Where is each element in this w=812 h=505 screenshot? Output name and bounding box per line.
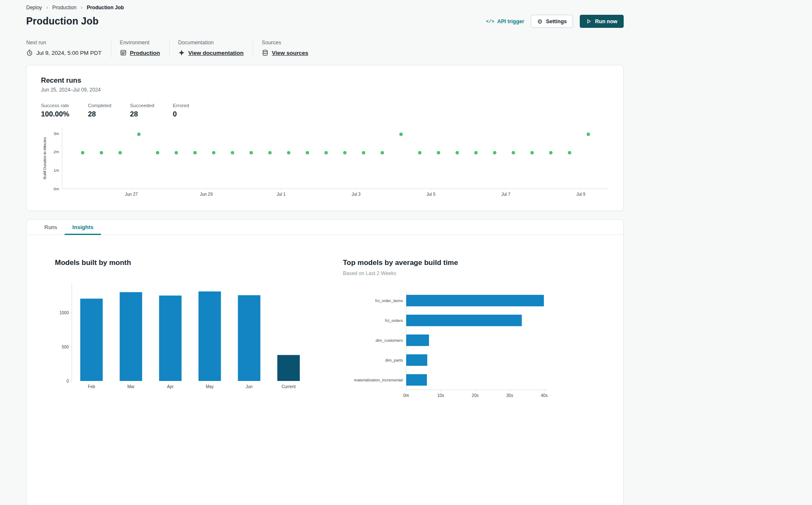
job-detail-card: Runs Insights Models built by month 0500…: [26, 219, 624, 505]
stat-success-rate: Success rate 100.00%: [41, 103, 69, 119]
svg-text:0m: 0m: [403, 393, 409, 398]
svg-text:1m: 1m: [54, 168, 59, 173]
divider: [111, 40, 111, 57]
models-built-title: Models built by month: [55, 259, 317, 267]
recent-runs-title: Recent runs: [41, 76, 609, 84]
environment-info: Environment Production: [120, 40, 169, 56]
environment-icon: [120, 49, 127, 56]
svg-text:Apr: Apr: [167, 384, 174, 389]
svg-text:Jun 27: Jun 27: [125, 192, 138, 197]
recent-runs-stats: Success rate 100.00% Completed 28 Succee…: [41, 103, 609, 119]
tab-bar: Runs Insights: [27, 220, 623, 235]
svg-text:20s: 20s: [472, 393, 478, 398]
tab-insights[interactable]: Insights: [65, 220, 101, 235]
play-icon: [586, 19, 592, 24]
svg-text:500: 500: [62, 345, 69, 349]
sources-value: View sources: [272, 50, 308, 56]
stat-errored: Errored 0: [173, 103, 189, 119]
top-models-figure: Top models by average build time Based o…: [343, 259, 613, 407]
svg-text:40s: 40s: [541, 393, 548, 398]
page-title: Production Job: [26, 16, 98, 27]
documentation-value: View documentation: [188, 50, 244, 56]
svg-text:dim_customers: dim_customers: [376, 338, 403, 343]
documentation-info: Documentation View documentation: [178, 40, 253, 56]
recent-runs-date-range: Jun 25, 2024–Jul 09, 2024: [41, 87, 609, 93]
breadcrumb-separator: ›: [46, 4, 48, 11]
svg-text:2m: 2m: [54, 149, 59, 154]
svg-text:Build Duration in Minutes: Build Duration in Minutes: [43, 137, 47, 179]
next-run-label: Next run: [26, 40, 102, 46]
top-models-title: Top models by average build time: [343, 259, 613, 267]
svg-text:Mar: Mar: [127, 384, 135, 389]
top-models-subtitle: Based on Last 2 Weeks: [343, 270, 613, 276]
run-now-label: Run now: [595, 19, 617, 24]
run-now-button[interactable]: Run now: [580, 15, 624, 28]
next-run-value: Jul 9, 2024, 5:00 PM PDT: [36, 50, 102, 56]
job-info-strip: Next run Jul 9, 2024, 5:00 PM PDT Enviro…: [26, 40, 624, 57]
header-actions: </> API trigger ⚙ Settings Run now: [486, 15, 624, 28]
svg-text:Jun: Jun: [246, 384, 253, 389]
breadcrumb-production[interactable]: Production: [52, 5, 76, 11]
environment-label: Environment: [120, 40, 160, 46]
documentation-label: Documentation: [178, 40, 244, 46]
clock-icon: [26, 49, 33, 56]
svg-text:0: 0: [66, 379, 69, 383]
api-trigger-link[interactable]: </> API trigger: [486, 19, 524, 24]
svg-text:Current: Current: [282, 384, 296, 389]
top-models-chart: 0m10s20s30s40sfct_order_itemsfct_ordersd…: [343, 285, 613, 405]
docs-icon: [178, 49, 185, 56]
next-run-info: Next run Jul 9, 2024, 5:00 PM PDT: [26, 40, 111, 56]
recent-runs-duration-chart[interactable]: 0m1m2m3mJun 27Jun 29Jul 1Jul 3Jul 5Jul 7…: [41, 124, 610, 201]
api-trigger-label: API trigger: [497, 19, 524, 24]
breadcrumb-production-job: Production Job: [87, 5, 124, 11]
svg-text:30s: 30s: [506, 393, 513, 398]
breadcrumb-separator: ›: [81, 4, 82, 11]
gear-icon: ⚙: [537, 19, 543, 24]
view-documentation-link[interactable]: View documentation: [178, 49, 244, 56]
next-run-value-row: Jul 9, 2024, 5:00 PM PDT: [26, 49, 102, 56]
production-job-page: Deploy › Production › Production Job Pro…: [0, 0, 812, 505]
svg-text:Jun 29: Jun 29: [200, 192, 212, 197]
sources-label: Sources: [262, 40, 308, 46]
database-icon: [262, 49, 269, 56]
recent-runs-card: Recent runs Jun 25, 2024–Jul 09, 2024 Su…: [26, 65, 624, 211]
code-icon: </>: [486, 19, 494, 24]
svg-text:Feb: Feb: [88, 384, 95, 389]
models-built-chart: 05001000FebMarAprMayJunCurrent: [55, 280, 317, 394]
svg-text:materialization_incremental: materialization_incremental: [354, 378, 403, 382]
environment-link[interactable]: Production: [120, 49, 160, 56]
svg-text:Jul 5: Jul 5: [426, 192, 436, 197]
environment-value: Production: [130, 50, 160, 56]
settings-button[interactable]: ⚙ Settings: [531, 15, 573, 28]
sources-info: Sources View sources: [262, 40, 318, 56]
svg-text:Jul 1: Jul 1: [277, 192, 286, 197]
svg-text:May: May: [206, 384, 214, 389]
view-sources-link[interactable]: View sources: [262, 49, 308, 56]
stat-succeeded: Succeeded 28: [130, 103, 155, 119]
svg-text:Jul 9: Jul 9: [576, 192, 586, 197]
breadcrumb: Deploy › Production › Production Job: [26, 4, 624, 11]
models-built-figure: Models built by month 05001000FebMarAprM…: [55, 259, 317, 407]
svg-text:1000: 1000: [60, 311, 69, 315]
divider: [169, 40, 170, 57]
insights-panel: Models built by month 05001000FebMarAprM…: [27, 235, 623, 424]
svg-text:0m: 0m: [54, 186, 59, 191]
stat-completed: Completed 28: [88, 103, 111, 119]
svg-text:fct_orders: fct_orders: [385, 318, 403, 323]
divider: [253, 40, 253, 57]
breadcrumb-deploy[interactable]: Deploy: [26, 5, 42, 11]
svg-text:Jul 7: Jul 7: [502, 192, 511, 197]
svg-text:fct_order_items: fct_order_items: [375, 298, 403, 303]
tab-runs[interactable]: Runs: [37, 220, 65, 235]
svg-text:Jul 3: Jul 3: [352, 192, 361, 197]
svg-text:10s: 10s: [437, 393, 444, 398]
svg-text:3m: 3m: [54, 131, 59, 136]
svg-text:dim_parts: dim_parts: [385, 358, 403, 362]
settings-label: Settings: [546, 19, 567, 24]
page-header: Production Job </> API trigger ⚙ Setting…: [26, 15, 624, 28]
